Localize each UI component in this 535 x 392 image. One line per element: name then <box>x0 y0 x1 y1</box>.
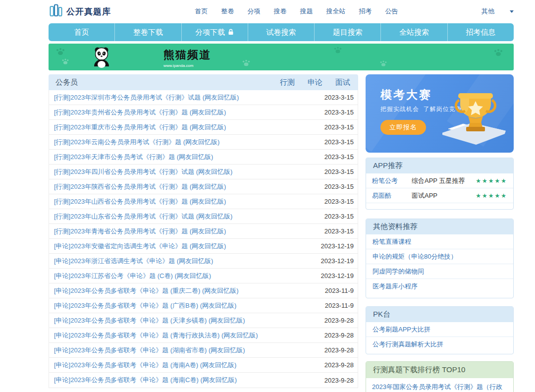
exam-title-link[interactable]: [行测]2023年青海省公务员录用考试《行测》题 (网友回忆版) <box>54 227 226 236</box>
exam-title-link[interactable]: [行测]2023年深圳市考公务员录用考试《行测》试题 (网友回忆版) <box>54 93 239 102</box>
exam-date: 2023-3-15 <box>324 183 354 190</box>
trophy-icon <box>438 83 508 147</box>
exam-title-link[interactable]: [行测]2023年重庆市公务员录用考试《行测》题 (网友回忆版) <box>54 123 226 132</box>
table-row: [申论]2023年江苏省公考《申论》题 (C卷) (网友回忆版) 2023-12… <box>49 269 358 283</box>
resource-link[interactable]: 粉笔直播课程 <box>373 237 411 246</box>
nav-recruit-info[interactable]: 招考信息 <box>448 23 514 41</box>
table-row: [行测]2023年山西省公务员录用考试《行测》题 (网友回忆版) 2023-3-… <box>49 194 358 209</box>
panda-logo-icon <box>90 46 113 70</box>
category-label: 公务员 <box>55 78 78 87</box>
nav-question-search[interactable]: 题目搜索 <box>315 23 381 41</box>
exam-date: 2023-12-19 <box>321 242 354 250</box>
top-nav-more-dropdown[interactable]: 其他 <box>482 7 514 16</box>
nav-paper-search[interactable]: 试卷搜索 <box>248 23 315 41</box>
resource-link[interactable]: 医考题库小程序 <box>373 282 418 291</box>
exam-list-panel: 公务员 行测 申论 面试 [行测]2023年深圳市考公务员录用考试《行测》试题 … <box>49 74 358 388</box>
panda-channel-ad-banner[interactable]: 熊猫频道 www.ipanda.com <box>49 44 514 70</box>
nav-home[interactable]: 首页 <box>49 23 115 41</box>
brand[interactable]: 公开真题库 <box>49 3 111 20</box>
main-nav: 首页 整卷下载 分项下载 试卷搜索 题目搜索 全站搜索 招考信息 <box>49 23 514 41</box>
table-row: [行测]2023年深圳市考公务员录用考试《行测》试题 (网友回忆版) 2023-… <box>49 90 358 105</box>
resource-link[interactable]: 阿虚同学的储物间 <box>373 267 424 276</box>
promo-title: 模考大赛 <box>380 87 432 103</box>
lock-icon <box>228 28 234 37</box>
table-row: [行测]2023年四川省公务员录用考试《行测》试题 (网友回忆版) 2023-3… <box>49 165 358 179</box>
top-nav-link[interactable]: 整卷 <box>221 7 234 16</box>
exam-title-link[interactable]: [行测]2023年山东省公务员录用考试《行测》试题 (网友回忆版) <box>54 212 232 221</box>
exam-date: 2023-3-15 <box>324 109 354 116</box>
top-nav-link[interactable]: 搜题 <box>300 7 313 16</box>
exam-title-link[interactable]: [申论]2023年公务员多省联考《申论》题 (天津乡镇卷) (网友回忆版) <box>54 316 245 325</box>
exam-list-header: 公务员 行测 申论 面试 <box>49 74 358 90</box>
app-panel-header: APP推荐 <box>366 158 513 173</box>
exam-title-link[interactable]: [行测]2023年四川省公务员录用考试《行测》试题 (网友回忆版) <box>54 168 232 176</box>
top-nav-link[interactable]: 公告 <box>385 7 398 16</box>
paw-icon <box>379 59 387 69</box>
resources-panel-header: 其他资料推荐 <box>366 219 513 234</box>
top-nav-link[interactable]: 分项 <box>248 7 261 16</box>
exam-title-link[interactable]: [申论]2023年公务员多省联考《申论》题 (青海行政执法卷) (网友回忆版) <box>54 331 258 340</box>
top-nav-link[interactable]: 首页 <box>195 7 208 16</box>
paw-icon <box>333 46 342 56</box>
pk-link[interactable]: 公考刷题APP大比拼 <box>373 325 430 334</box>
paw-icon <box>55 47 65 58</box>
exam-title-link[interactable]: [申论]2023年公务员多省联考《申论》题 (湖南省市卷) (网友回忆版) <box>54 346 245 355</box>
top-header: 公开真题库 首页 整卷 分项 搜卷 搜题 搜全站 招考 公告 其他 <box>49 0 514 23</box>
nav-full-paper-download[interactable]: 整卷下载 <box>115 23 181 41</box>
banner-text: 熊猫频道 www.ipanda.com <box>163 48 211 68</box>
nav-home-label: 首页 <box>74 28 89 37</box>
table-row: [行测]2023年天津市公务员考试《行测》题 (网友回忆版) 2023-3-15 <box>49 150 358 165</box>
nav-site-search[interactable]: 全站搜索 <box>381 23 447 41</box>
chevron-down-icon <box>510 10 514 13</box>
list-item: 2023年国家公务员录用考试《行测》题（行政执法卷网友回忆版） <box>366 378 513 392</box>
exam-title-link[interactable]: [申论]2023年公务员多省联考《申论》题 (广西B卷) (网友回忆版) <box>54 301 236 310</box>
table-row: [申论]2023年公务员多省联考《申论》题 (青海行政执法卷) (网友回忆版) … <box>49 328 358 343</box>
banner-url: www.ipanda.com <box>163 63 211 68</box>
exam-title-link[interactable]: [行测]2023年贵州省公务员录用考试《行测》题 (网友回忆版) <box>54 108 226 117</box>
exam-title-link[interactable]: [申论]2023年公务员多省联考《申论》题 (海南A卷) (网友回忆版) <box>54 361 236 370</box>
category-tabs: 行测 申论 面试 <box>280 78 350 87</box>
paw-icon <box>242 58 251 69</box>
exam-title-link[interactable]: [申论]2023年公务员多省联考《申论》题 (海南C卷) (网友回忆版) <box>54 376 237 385</box>
exam-title-link[interactable]: [申论]2023年安徽省定向选调生考试《申论》题 (网友回忆版) <box>54 242 226 251</box>
exam-title-link[interactable]: [申论]2023年浙江省选调生考试《申论》题 (网友回忆版) <box>54 257 213 266</box>
table-row: [申论]2023年公务员多省联考《申论》题 (重庆二卷) (网友回忆版) 202… <box>49 283 358 298</box>
banner-title: 熊猫频道 <box>163 48 211 62</box>
exam-title-link[interactable]: [行测]2023年陕西省公务员录用考试《行测》题 (网友回忆版) <box>54 182 226 191</box>
top10-link[interactable]: 2023年国家公务员录用考试《行测》题（行政执法卷网友回忆版） <box>372 383 502 392</box>
exam-list: [行测]2023年深圳市考公务员录用考试《行测》试题 (网友回忆版) 2023-… <box>49 90 358 388</box>
exam-title-link[interactable]: [申论]2023年公务员多省联考《申论》题 (重庆二卷) (网友回忆版) <box>54 286 239 295</box>
resource-link[interactable]: 申论的规矩（申论80分绝技） <box>373 252 457 261</box>
signup-now-button[interactable]: 立即报名 <box>380 120 426 135</box>
category-tab[interactable]: 行测 <box>280 78 295 87</box>
list-item: 医考题库小程序 <box>366 279 513 294</box>
pk-link[interactable]: 公考行测真题解析大比拼 <box>373 340 443 349</box>
exam-date: 2023-9-28 <box>324 317 354 324</box>
mock-exam-promo-banner[interactable]: 模考大赛 把握实战机会 了解岗位竞争 立即报名 <box>366 74 514 153</box>
pk-list: 公考刷题APP大比拼 公考行测真题解析大比拼 <box>366 322 513 352</box>
list-item: 粉笔直播课程 <box>366 234 513 249</box>
nav-section-download[interactable]: 分项下载 <box>182 23 248 41</box>
exam-date: 2023-3-15 <box>324 213 354 220</box>
top-nav-link[interactable]: 招考 <box>359 7 372 16</box>
app-name-link[interactable]: 粉笔公考 <box>366 176 412 185</box>
list-item: 申论的规矩（申论80分绝技） <box>366 249 513 264</box>
nav-site-search-label: 全站搜索 <box>399 28 429 37</box>
top-nav-link[interactable]: 搜全站 <box>326 7 346 16</box>
list-item: 阿虚同学的储物间 <box>366 264 513 279</box>
category-tab[interactable]: 面试 <box>335 78 350 87</box>
list-item: 易面酷 面试APP ★★★★★ <box>366 188 513 203</box>
paw-icon <box>493 48 503 59</box>
exam-title-link[interactable]: [行测]2023年山西省公务员录用考试《行测》题 (网友回忆版) <box>54 197 226 206</box>
category-tab[interactable]: 申论 <box>308 78 322 87</box>
exam-title-link[interactable]: [行测]2023年云南公务员录用考试《行测》题 (网友回忆版) <box>54 138 219 147</box>
exam-date: 2023-9-28 <box>324 361 354 369</box>
table-row: [行测]2023年重庆市公务员录用考试《行测》题 (网友回忆版) 2023-3-… <box>49 120 358 135</box>
books-logo-icon <box>49 3 63 20</box>
table-row: [行测]2023年山东省公务员录用考试《行测》试题 (网友回忆版) 2023-3… <box>49 209 358 224</box>
pk-panel-header: PK台 <box>366 307 513 322</box>
app-name-link[interactable]: 易面酷 <box>366 191 412 200</box>
exam-title-link[interactable]: [申论]2023年江苏省公考《申论》题 (C卷) (网友回忆版) <box>54 272 211 280</box>
exam-title-link[interactable]: [行测]2023年天津市公务员考试《行测》题 (网友回忆版) <box>54 153 213 162</box>
top-nav-link[interactable]: 搜卷 <box>274 7 287 16</box>
